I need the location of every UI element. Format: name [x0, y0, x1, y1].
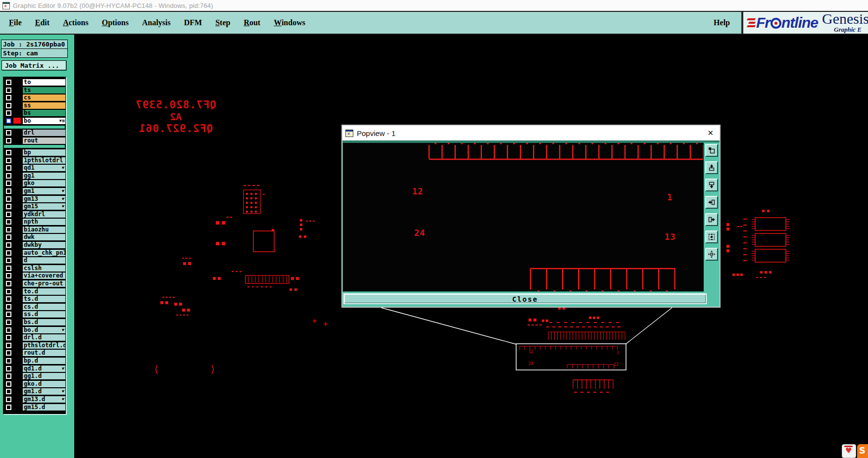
layer-visibility-checkbox[interactable] — [6, 281, 11, 286]
layer-color-swatch[interactable] — [13, 118, 21, 124]
layer-visibility-checkbox[interactable] — [6, 327, 11, 333]
layer-visibility-checkbox[interactable] — [6, 343, 11, 348]
layer-visibility-checkbox[interactable] — [6, 381, 11, 387]
layer-visibility-checkbox[interactable] — [6, 304, 11, 310]
menu-step[interactable]: Step — [211, 16, 235, 29]
layer-visibility-checkbox[interactable] — [6, 204, 11, 209]
layer-visibility-checkbox[interactable] — [6, 219, 11, 225]
layer-name[interactable]: to.d — [23, 288, 65, 295]
layer-name[interactable]: gm15.d — [23, 404, 65, 411]
layer-visibility-checkbox[interactable] — [6, 273, 11, 278]
layer-visibility-checkbox[interactable] — [6, 103, 11, 108]
layer-name[interactable]: cslsh — [23, 265, 65, 272]
layer-visibility-checkbox[interactable] — [6, 289, 11, 294]
menu-rout[interactable]: Rout — [239, 16, 265, 29]
layer-visibility-checkbox[interactable] — [6, 165, 11, 171]
layer-name[interactable]: d — [23, 257, 65, 264]
menu-actions[interactable]: Actions — [58, 16, 93, 29]
layer-name[interactable]: rout — [23, 137, 65, 144]
menu-windows[interactable]: Windows — [269, 16, 310, 29]
layer-visibility-checkbox[interactable] — [6, 389, 11, 394]
layer-name[interactable]: dwk — [23, 234, 65, 240]
layer-name[interactable]: ydkdrl — [23, 211, 65, 218]
layer-name[interactable]: gm13☛ — [23, 196, 65, 202]
menu-help[interactable]: Help — [709, 16, 734, 29]
layer-name[interactable]: drl — [23, 130, 65, 136]
layer-visibility-checkbox[interactable] — [6, 173, 11, 179]
popview-viewport[interactable]: 12 1 24 13 — [342, 142, 704, 292]
layer-name[interactable]: gm13.d☛ — [23, 396, 65, 403]
layer-name[interactable]: gg1.d — [23, 373, 65, 379]
layer-visibility-checkbox[interactable] — [6, 320, 11, 325]
layer-name[interactable]: bs.d — [23, 319, 65, 325]
layer-name[interactable]: pthslotdrl.d — [23, 342, 65, 349]
layer-name[interactable]: gm1☛ — [23, 188, 65, 194]
layer-name[interactable]: ts — [23, 87, 65, 93]
layer-visibility-checkbox[interactable] — [6, 397, 11, 402]
layer-visibility-checkbox[interactable] — [6, 312, 11, 317]
orange-badge-icon[interactable] — [857, 444, 868, 458]
layer-visibility-checkbox[interactable] — [6, 227, 11, 232]
layer-visibility-checkbox[interactable] — [6, 212, 11, 217]
layer-name[interactable]: bo.d☛ — [23, 327, 65, 333]
layer-visibility-checkbox[interactable] — [6, 258, 11, 263]
layer-name[interactable]: gko.d — [23, 381, 65, 387]
popview-pan-all-button[interactable] — [705, 248, 718, 261]
layer-name[interactable]: bp — [23, 149, 65, 156]
layer-name[interactable]: dwkby — [23, 242, 65, 248]
layer-name[interactable]: ss — [23, 102, 65, 109]
layer-name[interactable]: qd1.d☛ — [23, 366, 65, 372]
popview-fit-view-button[interactable] — [705, 230, 718, 243]
layer-name[interactable]: biaozhu — [23, 227, 65, 233]
layer-visibility-checkbox[interactable] — [6, 196, 11, 202]
layer-visibility-checkbox[interactable] — [6, 130, 11, 136]
layer-visibility-checkbox[interactable] — [6, 158, 11, 163]
close-button[interactable]: Close — [344, 294, 706, 303]
layer-visibility-checkbox[interactable] — [6, 188, 11, 194]
layer-name[interactable]: via+covered — [23, 273, 65, 279]
popview-close-x-icon[interactable]: ✕ — [707, 129, 714, 137]
popview-titlebar[interactable]: Popview - 1 ✕ — [342, 126, 720, 140]
layer-visibility-checkbox[interactable] — [6, 118, 11, 124]
safety-home-icon[interactable] — [842, 444, 856, 458]
layer-name[interactable]: gm15☛ — [23, 203, 65, 210]
popview-pan-down-button[interactable] — [705, 179, 718, 191]
layer-name[interactable]: 1pthslotdrl — [23, 157, 65, 164]
layer-name[interactable]: auto_chk_pn1 — [23, 250, 65, 256]
popview-pan-right-button[interactable] — [705, 213, 718, 226]
layer-name[interactable]: ss.d — [23, 311, 65, 318]
layer-visibility-checkbox[interactable] — [6, 80, 11, 85]
layer-visibility-checkbox[interactable] — [6, 138, 11, 143]
layer-name[interactable]: cs — [23, 94, 65, 101]
menu-options[interactable]: Options — [97, 16, 133, 29]
layer-name[interactable]: gko — [23, 180, 65, 186]
layer-visibility-checkbox[interactable] — [6, 366, 11, 371]
layer-visibility-checkbox[interactable] — [6, 405, 11, 410]
job-matrix-button[interactable]: Job Matrix ... — [1, 60, 66, 70]
layer-name[interactable]: che-pro-out — [23, 280, 65, 287]
layer-visibility-checkbox[interactable] — [6, 181, 11, 186]
layer-visibility-checkbox[interactable] — [6, 250, 11, 256]
layer-visibility-checkbox[interactable] — [6, 234, 11, 240]
layer-visibility-checkbox[interactable] — [6, 88, 11, 93]
layer-name[interactable]: bs — [23, 110, 65, 116]
menu-file[interactable]: File — [4, 16, 26, 29]
layer-name[interactable]: bp.d — [23, 358, 65, 364]
layer-visibility-checkbox[interactable] — [6, 150, 11, 155]
popview-pan-up-button[interactable] — [705, 161, 718, 174]
layer-name[interactable]: npth — [23, 219, 65, 225]
layer-visibility-checkbox[interactable] — [6, 266, 11, 271]
layer-name[interactable]: cs.d — [23, 304, 65, 310]
os-titlebar[interactable]: Graphic Editor 9.07b2 (00@HY-HYCAM-PC148… — [0, 0, 868, 11]
layer-visibility-checkbox[interactable] — [6, 350, 11, 356]
layer-name[interactable]: qd1☛ — [23, 165, 65, 171]
layer-visibility-checkbox[interactable] — [6, 110, 11, 116]
layer-visibility-checkbox[interactable] — [6, 335, 11, 340]
layer-name[interactable]: rout.d — [23, 350, 65, 356]
layer-visibility-checkbox[interactable] — [6, 373, 11, 379]
layer-visibility-checkbox[interactable] — [6, 358, 11, 364]
menu-analysis[interactable]: Analysis — [138, 16, 175, 29]
layer-name[interactable]: gm1.d☛ — [23, 388, 65, 395]
menu-dfm[interactable]: DFM — [180, 16, 206, 29]
popview-pan-left-button[interactable] — [705, 196, 718, 209]
